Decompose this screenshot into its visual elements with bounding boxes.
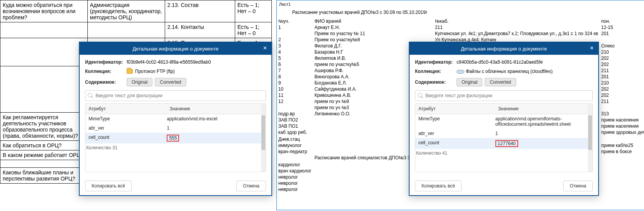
doc-cell: Администрация (руководитель, координатор…: [87, 0, 165, 22]
attr-name: MimeType: [89, 116, 167, 122]
cancel-button[interactable]: Отмена: [563, 181, 593, 191]
cancel-button[interactable]: Отмена: [236, 181, 266, 191]
attr-val-highlight: 555: [167, 135, 179, 142]
col-val: Значение: [495, 104, 592, 114]
sheet-title: Расписание участковых врачей ДПО№3 с 30.…: [277, 10, 644, 15]
label-content: Содержимое:: [85, 79, 127, 85]
original-button[interactable]: Original: [127, 78, 152, 86]
attr-name: cell_count: [418, 140, 495, 147]
scrollbar[interactable]: [261, 104, 266, 172]
filter-input[interactable]: [415, 90, 593, 101]
scrollbar[interactable]: [588, 104, 592, 172]
col-attr: Атрибут: [85, 104, 167, 114]
doc-cell: Есть – 1; Нет – 0: [235, 22, 271, 38]
doc-cell: Как регламентируется деятельность участн…: [0, 113, 88, 141]
doc-cell: 2.14. Контакты: [165, 22, 235, 38]
doc-cell: Куда можно обратиться при возникновении …: [0, 0, 88, 22]
search-icon: [418, 93, 423, 98]
doc-cell: 2.13. Состав: [165, 0, 235, 22]
count-label: Количество 31: [85, 143, 266, 152]
folder-icon: [127, 69, 133, 74]
label-id: Идентификатор:: [85, 59, 127, 65]
copy-all-button[interactable]: Копировать всё: [415, 181, 462, 191]
dialog-title: Детальная информация о документе: [461, 46, 547, 52]
copy-all-button[interactable]: Копировать всё: [85, 181, 132, 191]
converted-button[interactable]: Converted: [485, 78, 516, 86]
original-button[interactable]: Original: [457, 78, 482, 86]
doc-cell: Каковы ближайшие планы и перспективы раз…: [0, 168, 88, 184]
filter-input[interactable]: [85, 90, 266, 101]
cloud-icon: [457, 69, 463, 74]
dialog-right: Детальная информация о документе ✕ Идент…: [409, 42, 599, 196]
attr-name: cell_count: [89, 135, 167, 142]
doc-cell: Как обратиться в ОРЦ?: [0, 141, 88, 150]
attr-val: 1: [495, 131, 589, 136]
value-collection: Протокол FTP (ftp): [135, 69, 175, 74]
count-label: Количество 41: [415, 149, 592, 157]
search-icon: [88, 93, 93, 98]
attr-name: attr_ver: [418, 131, 495, 136]
dialog-left: Детальная информация о документе ✕ Идент…: [79, 42, 272, 196]
label-collection: Коллекция:: [415, 69, 457, 74]
attr-val-highlight: 1277640: [495, 140, 518, 147]
label-content: Содержимое:: [415, 79, 457, 85]
attr-name: attr_ver: [89, 125, 167, 131]
value-id: f03b9ef4-0c02-4813-8f8a-e56559ed9ab0: [127, 59, 211, 65]
titlebar: Детальная информация о документе ✕: [410, 42, 598, 55]
sheet-tab: Лист1: [277, 0, 644, 10]
value-collection: Файлы с облачных хранилищ (cloudfiles): [466, 69, 553, 74]
col-val: Значение: [167, 104, 266, 114]
close-icon[interactable]: ✕: [261, 45, 268, 52]
attr-name: MimeType: [418, 116, 495, 127]
dialog-title: Детальная информация о документе: [132, 46, 218, 52]
doc-cell: Есть – 1; Нет – 0: [235, 0, 271, 22]
doc-cell: В каком режиме работает ОРЦ?: [0, 150, 88, 160]
titlebar: Детальная информация о документе ✕: [80, 42, 271, 55]
attr-val: application/vnd.ms-excel: [167, 116, 263, 122]
close-icon[interactable]: ✕: [588, 45, 595, 52]
converted-button[interactable]: Converted: [155, 78, 186, 86]
col-attr: Атрибут: [415, 104, 495, 114]
value-id: c8400b5a-d5c0-43a5-b091-81c2a0aed5fe: [457, 59, 543, 65]
attr-val: 1: [167, 125, 263, 131]
attr-val: application/vnd.openxmlformats-officedoc…: [495, 116, 589, 127]
label-id: Идентификатор:: [415, 59, 457, 65]
label-collection: Коллекция:: [85, 69, 127, 74]
